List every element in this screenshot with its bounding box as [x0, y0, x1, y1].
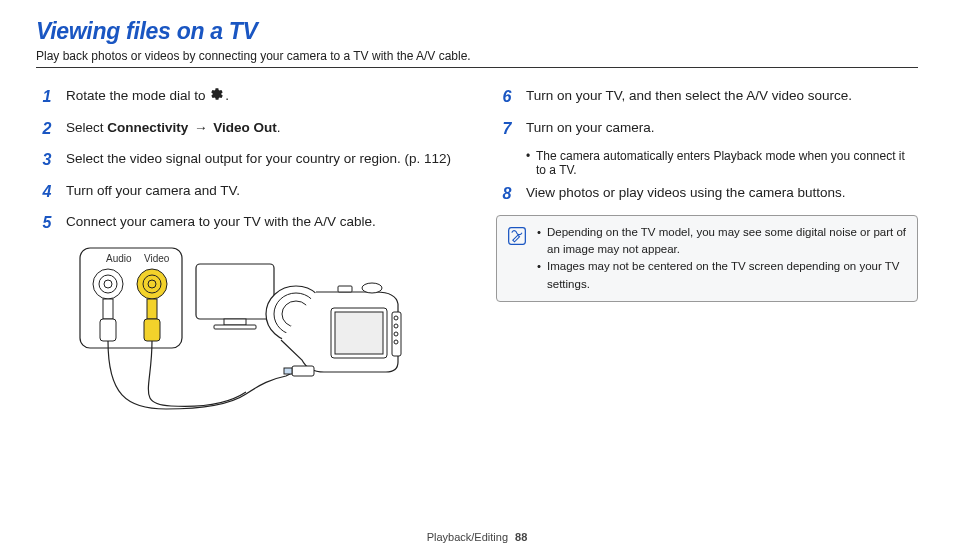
step-text: View photos or play videos using the cam…	[526, 183, 845, 205]
bullet-icon: •	[537, 258, 547, 293]
step-text: Select the video signal output for your …	[66, 149, 451, 171]
step-number: 2	[36, 118, 58, 140]
svg-rect-26	[292, 366, 314, 376]
step-text: Rotate the mode dial to .	[66, 86, 229, 108]
step-5: 5 Connect your camera to your TV with th…	[36, 212, 458, 234]
page-number: 88	[515, 531, 527, 543]
step-number: 3	[36, 149, 58, 171]
step-text: Connect your camera to your TV with the …	[66, 212, 376, 234]
page-subtitle: Play back photos or videos by connecting…	[36, 49, 918, 63]
gear-icon	[210, 87, 224, 106]
bullet-icon: •	[537, 224, 547, 259]
svg-rect-27	[284, 368, 292, 374]
step-text: Select Connectivity → Video Out.	[66, 118, 281, 140]
step-8: 8 View photos or play videos using the c…	[496, 183, 918, 205]
note-item: • Images may not be centered on the TV s…	[537, 258, 907, 293]
step-text: Turn on your TV, and then select the A/V…	[526, 86, 852, 108]
svg-point-20	[394, 316, 398, 320]
manual-page: Viewing files on a TV Play back photos o…	[0, 0, 954, 557]
menu-path-connectivity: Connectivity	[107, 120, 188, 135]
svg-point-25	[362, 283, 382, 293]
note-icon	[507, 224, 529, 293]
step-number: 5	[36, 212, 58, 234]
svg-rect-8	[100, 319, 116, 341]
menu-path-video-out: Video Out	[213, 120, 277, 135]
left-column: 1 Rotate the mode dial to . 2 Select Con…	[36, 80, 458, 443]
note-box: • Depending on the TV model, you may see…	[496, 215, 918, 302]
text-prefix: Select	[66, 120, 107, 135]
svg-rect-11	[196, 264, 274, 319]
step-1: 1 Rotate the mode dial to .	[36, 86, 458, 108]
step-number: 6	[496, 86, 518, 108]
step-7-note: • The camera automatically enters Playba…	[526, 149, 918, 177]
svg-rect-13	[214, 325, 256, 329]
step-number: 7	[496, 118, 518, 140]
step-2: 2 Select Connectivity → Video Out.	[36, 118, 458, 140]
step-number: 8	[496, 183, 518, 205]
step-3: 3 Select the video signal output for you…	[36, 149, 458, 171]
svg-rect-10	[144, 319, 160, 341]
svg-rect-9	[147, 299, 157, 319]
svg-rect-7	[103, 299, 113, 319]
step-text: Turn on your camera.	[526, 118, 655, 140]
svg-point-6	[148, 280, 156, 288]
note-list: • Depending on the TV model, you may see…	[537, 224, 907, 293]
divider	[36, 67, 918, 68]
svg-point-23	[394, 340, 398, 344]
svg-rect-18	[335, 312, 383, 354]
step-number: 4	[36, 181, 58, 203]
step-text: Turn off your camera and TV.	[66, 181, 240, 203]
bullet-icon: •	[526, 149, 536, 177]
note-item: • Depending on the TV model, you may see…	[537, 224, 907, 259]
step-7: 7 Turn on your camera.	[496, 118, 918, 140]
note-text: The camera automatically enters Playback…	[536, 149, 918, 177]
step-4: 4 Turn off your camera and TV.	[36, 181, 458, 203]
arrow-icon: →	[190, 120, 211, 135]
note-text: Images may not be centered on the TV scr…	[547, 258, 907, 293]
camera-icon	[266, 283, 401, 372]
step-number: 1	[36, 86, 58, 108]
svg-point-21	[394, 324, 398, 328]
footer-section: Playback/Editing	[427, 531, 508, 543]
svg-rect-24	[338, 286, 352, 292]
content-columns: 1 Rotate the mode dial to . 2 Select Con…	[36, 80, 918, 443]
right-column: 6 Turn on your TV, and then select the A…	[496, 80, 918, 443]
svg-point-22	[394, 332, 398, 336]
note-text: Depending on the TV model, you may see s…	[547, 224, 907, 259]
step-6: 6 Turn on your TV, and then select the A…	[496, 86, 918, 108]
svg-point-3	[104, 280, 112, 288]
audio-label: Audio	[106, 253, 132, 264]
video-label: Video	[144, 253, 170, 264]
text-prefix: Rotate the mode dial to	[66, 88, 209, 103]
text-suffix: .	[225, 88, 229, 103]
connection-diagram: Audio Video	[76, 244, 458, 443]
svg-rect-12	[224, 319, 246, 325]
text-suffix: .	[277, 120, 281, 135]
page-footer: Playback/Editing 88	[0, 531, 954, 543]
page-title: Viewing files on a TV	[36, 18, 918, 45]
